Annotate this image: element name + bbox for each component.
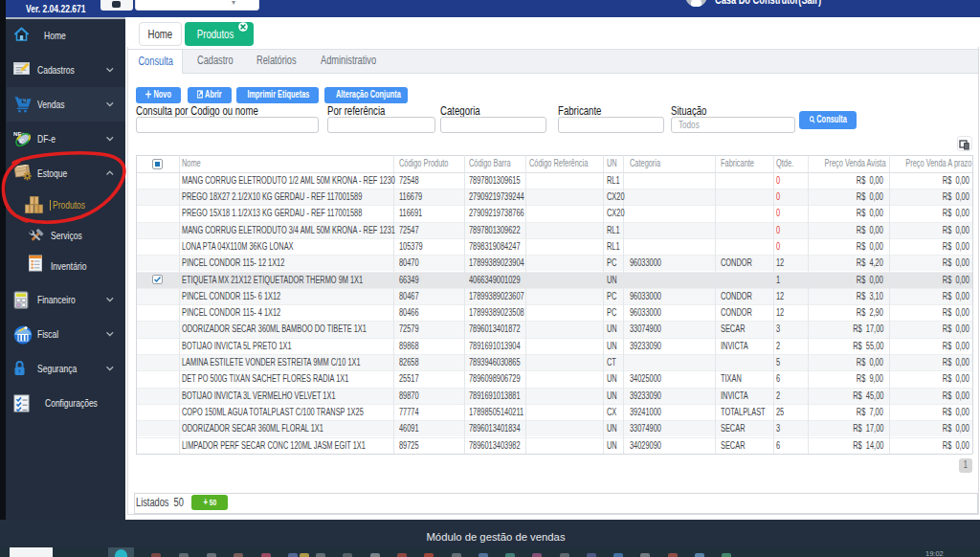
svg-text:%: %	[23, 99, 28, 103]
svg-text:NF: NF	[13, 130, 21, 137]
